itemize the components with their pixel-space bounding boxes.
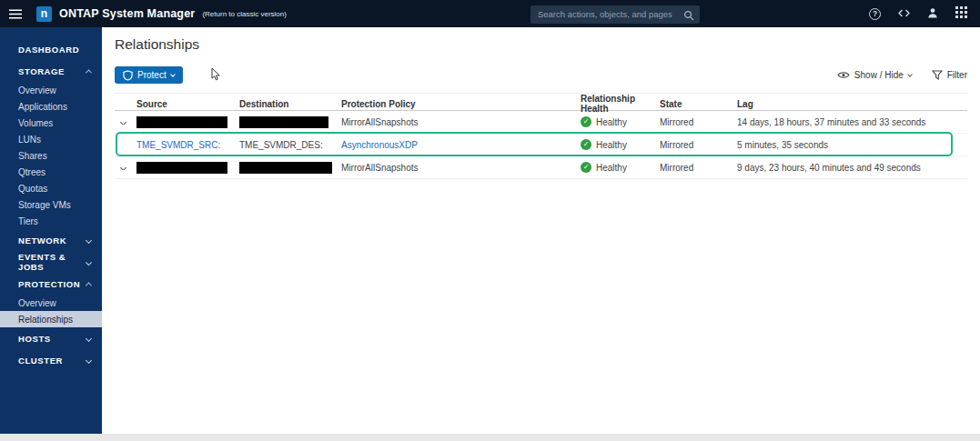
shield-icon (123, 70, 133, 81)
sidebar-item-protection-overview[interactable]: Overview (0, 295, 102, 311)
show-hide-label: Show / Hide (854, 70, 904, 80)
expand-row-icon[interactable] (120, 165, 126, 170)
table-row[interactable]: MirrorAllSnapshots Healthy Mirrored 9 da… (115, 156, 967, 179)
sidebar-item-luns[interactable]: LUNs (0, 131, 102, 147)
return-to-classic-link[interactable]: (Return to classic version) (202, 10, 286, 18)
sidebar-label-hosts: HOSTS (18, 334, 51, 344)
table-row[interactable]: MirrorAllSnapshots Healthy Mirrored 14 d… (115, 111, 967, 134)
sidebar-item-storage[interactable]: STORAGE (0, 60, 102, 82)
sidebar-item-applications[interactable]: Applications (0, 98, 102, 115)
filter-button[interactable]: Filter (932, 70, 967, 80)
state-cell: Mirrored (660, 117, 737, 127)
app-window: ONTAP System Manager (Return to classic … (0, 0, 980, 441)
expand-row-icon[interactable] (120, 120, 126, 125)
sidebar-item-relationships[interactable]: Relationships (0, 311, 102, 327)
chevron-down-icon (86, 259, 92, 266)
health-cell: Healthy (581, 116, 660, 127)
state-cell: Mirrored (660, 140, 737, 150)
hamburger-menu-icon[interactable] (9, 9, 27, 19)
table-row-wrap: MirrorAllSnapshots Healthy Mirrored 14 d… (115, 111, 967, 134)
destination-cell: TME_SVMDR_DES: (239, 140, 341, 150)
sidebar-item-storage-vms[interactable]: Storage VMs (0, 196, 102, 213)
protection-policy-cell: MirrorAllSnapshots (341, 117, 581, 127)
search-icon[interactable] (683, 8, 694, 25)
health-label: Healthy (596, 140, 627, 150)
health-label: Healthy (596, 117, 627, 127)
header-source: Source (136, 99, 239, 109)
table-row-wrap: MirrorAllSnapshots Healthy Mirrored 9 da… (115, 156, 967, 179)
chevron-down-icon (86, 236, 92, 243)
protect-button-label: Protect (137, 70, 167, 80)
protection-policy-link[interactable]: AsynchronousXDP (341, 140, 418, 150)
filter-icon (932, 70, 943, 80)
show-hide-button[interactable]: Show / Hide (837, 70, 912, 80)
header-protection-policy: Protection Policy (341, 99, 581, 109)
header-lag: Lag (737, 99, 967, 109)
chevron-down-icon (86, 335, 92, 341)
apps-grid-icon[interactable] (955, 5, 967, 22)
netapp-logo-icon (36, 6, 52, 22)
sidebar-item-hosts[interactable]: HOSTS (0, 327, 102, 349)
source-cell: TME_SVMDR_SRC: (136, 140, 239, 150)
search-input[interactable] (530, 5, 700, 24)
health-label: Healthy (596, 163, 627, 173)
sidebar-item-tiers[interactable]: Tiers (0, 213, 102, 229)
topbar-actions (869, 5, 971, 22)
health-cell: Healthy (581, 162, 660, 173)
destination-cell (239, 116, 341, 128)
redacted-source (136, 116, 227, 128)
chevron-up-icon (86, 282, 92, 288)
health-cell: Healthy (581, 139, 660, 150)
protection-policy-cell: AsynchronousXDP (341, 140, 581, 150)
redacted-destination (239, 116, 328, 128)
sidebar-item-volumes[interactable]: Volumes (0, 115, 102, 131)
state-cell: Mirrored (660, 163, 737, 173)
sidebar-item-protection[interactable]: PROTECTION (0, 273, 102, 295)
sidebar-item-storage-overview[interactable]: Overview (0, 82, 102, 98)
sidebar-item-cluster[interactable]: CLUSTER (0, 349, 102, 371)
protect-button[interactable]: Protect (115, 66, 183, 84)
eye-icon (837, 71, 850, 79)
table-row[interactable]: TME_SVMDR_SRC: TME_SVMDR_DES: Asynchrono… (115, 134, 967, 156)
user-icon[interactable] (927, 5, 938, 22)
relationships-table: Source Destination Protection Policy Rel… (115, 93, 967, 179)
sidebar-item-shares[interactable]: Shares (0, 147, 102, 164)
sidebar-label-storage: STORAGE (18, 66, 65, 76)
sidebar-label-protection: PROTECTION (18, 279, 80, 289)
source-link[interactable]: TME_SVMDR_SRC: (136, 140, 220, 150)
global-search (530, 5, 700, 23)
main-content: Relationships Protect Show / Hide Fil (102, 27, 980, 434)
app-title: ONTAP System Manager (59, 7, 195, 20)
healthy-check-icon (581, 116, 591, 127)
sidebar-item-dashboard[interactable]: DASHBOARD (0, 38, 102, 60)
code-icon[interactable] (898, 5, 910, 22)
toolbar: Protect Show / Hide Filter (115, 66, 967, 84)
healthy-check-icon (581, 139, 591, 150)
sidebar-item-qtrees[interactable]: Qtrees (0, 164, 102, 180)
topbar: ONTAP System Manager (Return to classic … (0, 0, 980, 27)
table-header: Source Destination Protection Policy Rel… (115, 93, 967, 111)
sidebar-label-cluster: CLUSTER (18, 356, 63, 366)
filter-label: Filter (947, 70, 967, 80)
lag-cell: 5 minutes, 35 seconds (737, 140, 967, 150)
sidebar-item-quotas[interactable]: Quotas (0, 180, 102, 196)
sidebar: DASHBOARD STORAGE Overview Applications … (0, 27, 102, 434)
table-tools: Show / Hide Filter (837, 70, 967, 80)
chevron-down-icon (170, 72, 176, 77)
redacted-destination (239, 162, 332, 174)
lag-cell: 14 days, 18 hours, 37 minutes and 33 sec… (737, 117, 967, 127)
sidebar-label-network: NETWORK (18, 236, 66, 246)
help-icon[interactable] (869, 8, 881, 20)
source-cell (136, 162, 239, 174)
sidebar-label-dashboard: DASHBOARD (18, 45, 79, 55)
lag-cell: 9 days, 23 hours, 40 minutes and 49 seco… (737, 163, 967, 173)
page-title: Relationships (115, 36, 967, 53)
sidebar-item-network[interactable]: NETWORK (0, 229, 102, 251)
sidebar-label-events-jobs: EVENTS & JOBS (18, 252, 86, 272)
chevron-down-icon (907, 72, 913, 77)
header-state: State (660, 99, 737, 109)
chevron-down-icon (86, 356, 92, 363)
chevron-up-icon (86, 69, 92, 75)
sidebar-item-events-jobs[interactable]: EVENTS & JOBS (0, 251, 102, 273)
redacted-source (136, 162, 227, 174)
